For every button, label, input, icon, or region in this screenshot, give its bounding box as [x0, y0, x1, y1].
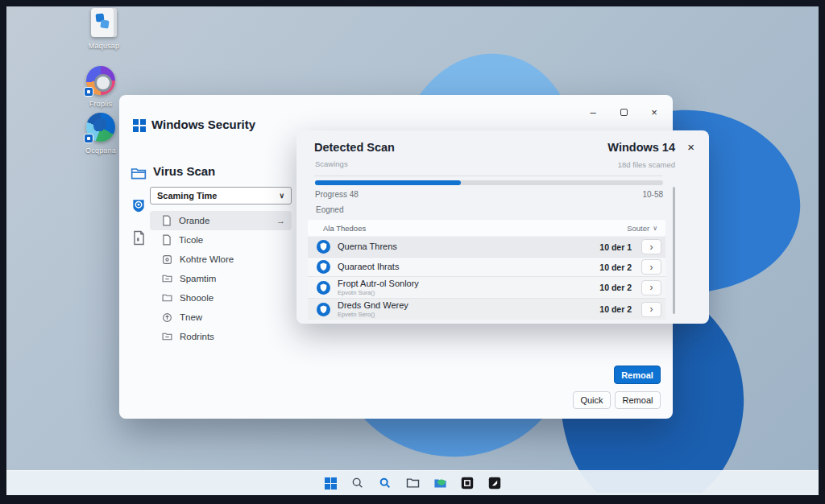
- threat-title: Querna Threns: [338, 242, 397, 251]
- sort-control[interactable]: Souter ∨: [627, 224, 657, 233]
- onedrive-folder-icon[interactable]: [431, 474, 449, 492]
- zoom-search-icon[interactable]: [376, 474, 394, 492]
- sidebar-item-label: Orande: [179, 216, 209, 225]
- panel-subtitle: Scawings: [315, 159, 348, 168]
- scan-progress-fill: [315, 180, 461, 185]
- close-button[interactable]: ×: [649, 106, 660, 118]
- sidebar-heading: Virus Scan: [153, 164, 292, 178]
- sidebar-item-kohtre-wlore[interactable]: Kohtre Wlore: [150, 250, 292, 269]
- files-scanned-label: 18d files scamed: [618, 160, 675, 169]
- shield-badge-icon: [317, 260, 330, 274]
- threat-count: 10 der 2: [599, 262, 632, 272]
- sidebar-item-label: Ticole: [179, 235, 203, 245]
- search-icon[interactable]: [349, 474, 367, 492]
- threat-count: 10 der 2: [599, 304, 632, 314]
- maximize-button[interactable]: [618, 106, 629, 118]
- scan-type-dropdown[interactable]: Scaming Time ∨: [150, 187, 292, 204]
- scan-progress-bar: [315, 180, 663, 185]
- divider: [314, 176, 662, 176]
- swirl-browser-icon: [86, 113, 115, 142]
- chevron-down-icon: ∨: [279, 192, 284, 200]
- sidebar-item-ticole[interactable]: Ticole: [150, 230, 292, 250]
- folder-minus-icon: [162, 332, 172, 341]
- threat-count: 10 der 2: [599, 283, 632, 292]
- start-icon[interactable]: [321, 474, 339, 492]
- maximize-icon: [620, 109, 628, 116]
- book-app-icon: [91, 8, 117, 37]
- status-label: Eogned: [316, 205, 343, 214]
- color-ring-app-icon: [86, 66, 115, 95]
- sidebar-item-label: Spamtim: [180, 274, 216, 283]
- shield-badge-icon: [317, 240, 330, 254]
- document-icon: [162, 234, 172, 246]
- app-badge-icon: [84, 87, 93, 97]
- sidebar-list: Orande → Ticole Kohtre Wlore Spamtim: [150, 211, 292, 346]
- sort-label: Souter: [627, 224, 649, 233]
- chevron-down-icon: ∨: [653, 225, 657, 232]
- sidebar-item-label: Shooole: [180, 293, 214, 303]
- threat-count: 10 der 1: [599, 242, 632, 252]
- app-window-icon[interactable]: [458, 474, 476, 492]
- sidebar-item-orande[interactable]: Orande →: [150, 211, 292, 230]
- sidebar-item-label: Kohtre Wlore: [180, 254, 234, 264]
- threat-row[interactable]: Dreds Gnd Werey Epvetn Sero() 10 der 2 ›: [308, 298, 665, 320]
- desktop-icon-maqusap[interactable]: Maqusap: [73, 8, 135, 50]
- panel-close-button[interactable]: ×: [687, 140, 694, 154]
- quick-button[interactable]: Quick: [573, 391, 611, 409]
- sidebar-item-tnew[interactable]: Tnew: [150, 308, 292, 327]
- threat-subtitle: Epvetn Sero(): [338, 311, 408, 318]
- upload-circle-icon: [162, 312, 172, 323]
- folder-icon: [162, 293, 172, 303]
- threat-list: Querna Threns 10 der 1 › Quaraeot Ihrats…: [308, 237, 665, 320]
- sidebar: Virus Scan Scaming Time ∨ Orande → Ticol…: [150, 164, 292, 346]
- security-shield-icon[interactable]: [131, 197, 147, 213]
- shield-badge-icon: [317, 303, 330, 316]
- shield-badge-icon: [317, 281, 330, 295]
- chevron-right-button[interactable]: ›: [641, 239, 661, 254]
- remove-secondary-button[interactable]: Remoal: [615, 391, 661, 409]
- sidebar-item-shooole[interactable]: Shooole: [150, 288, 292, 308]
- chevron-right-button[interactable]: ›: [641, 259, 661, 275]
- photos-icon[interactable]: [486, 474, 504, 492]
- window-title: Windows Security: [151, 118, 255, 131]
- desktop-icon-label: Maqusap: [73, 42, 135, 50]
- arrow-right-icon: →: [276, 216, 285, 225]
- message-icon: [162, 254, 172, 265]
- file-explorer-icon[interactable]: [404, 474, 421, 492]
- panel-title: Detected Scan: [314, 141, 395, 154]
- list-header-label: Ala Thedoes: [323, 224, 366, 233]
- document-icon: [162, 215, 172, 226]
- os-label: Windows 14: [607, 141, 675, 154]
- remove-primary-button[interactable]: Remoal: [614, 366, 661, 384]
- threat-title: Dreds Gnd Werey: [338, 300, 408, 310]
- threat-row[interactable]: Quaraeot Ihrats 10 der 2 ›: [308, 257, 665, 276]
- progress-time: 10-58: [315, 190, 663, 199]
- taskbar: [6, 470, 819, 495]
- threat-subtitle: Epvotn Sura(): [338, 289, 419, 296]
- chevron-right-button[interactable]: ›: [641, 302, 661, 317]
- threat-row[interactable]: Querna Threns 10 der 1 ›: [308, 237, 665, 257]
- threat-row[interactable]: Fropt Autr-ol Sonlory Epvotn Sura() 10 d…: [308, 276, 665, 298]
- folder-minus-icon: [162, 274, 172, 283]
- detected-scan-panel: Detected Scan Scawings Windows 14 × 18d …: [296, 130, 709, 324]
- chevron-right-button[interactable]: ›: [641, 280, 661, 295]
- minimize-button[interactable]: –: [587, 106, 599, 118]
- sidebar-item-label: Rodrints: [180, 332, 214, 341]
- panel-scrollbar[interactable]: [673, 187, 675, 314]
- document-report-icon[interactable]: [132, 230, 146, 246]
- sidebar-item-label: Tnew: [180, 312, 202, 322]
- dropdown-value: Scaming Time: [157, 191, 217, 200]
- nav-rail: [127, 166, 150, 246]
- windows-logo-icon: [133, 119, 146, 132]
- folder-icon[interactable]: [131, 166, 147, 180]
- threat-title: Fropt Autr-ol Sonlory: [338, 279, 419, 288]
- sidebar-item-rodrints[interactable]: Rodrints: [150, 327, 292, 346]
- threat-list-header: Ala Thedoes Souter ∨: [308, 220, 665, 236]
- sidebar-item-spamtim[interactable]: Spamtim: [150, 269, 292, 288]
- app-badge-icon: [84, 134, 93, 143]
- threat-title: Quaraeot Ihrats: [338, 262, 399, 271]
- desktop: Maqusap Froplis Ocqpana Windows Security…: [6, 6, 819, 495]
